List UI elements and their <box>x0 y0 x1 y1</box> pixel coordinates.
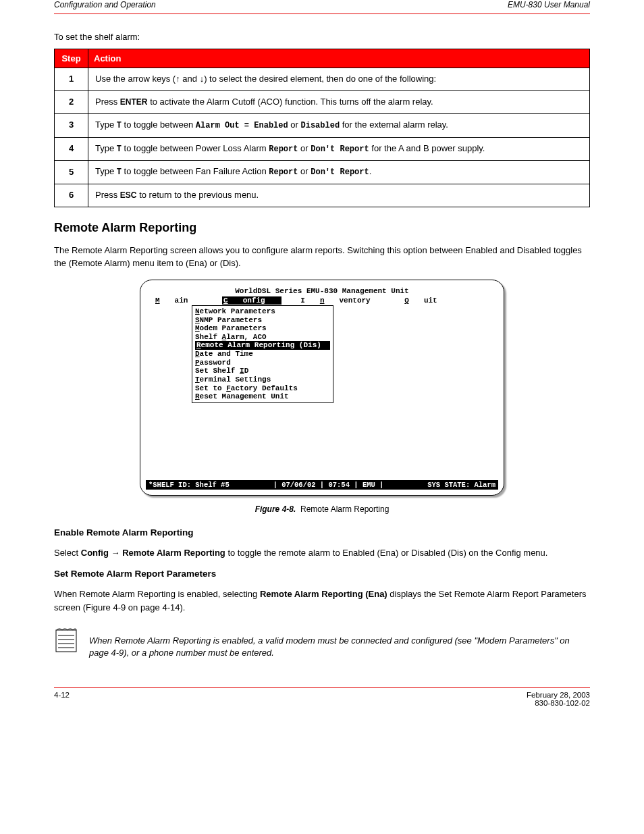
terminal-screenshot: WorldDSL Series EMU-830 Management Unit … <box>140 280 504 496</box>
dropdown-item[interactable]: Modem Parameters <box>195 324 330 333</box>
status-state: SYS STATE: Alarm <box>427 481 495 489</box>
section-title: Remote Alarm Reporting <box>54 221 590 235</box>
step-action: Type T to toggle between Alarm Out = Ena… <box>88 113 590 137</box>
dropdown-item[interactable]: Set to Factory Defaults <box>195 384 330 393</box>
terminal-title: WorldDSL Series EMU-830 Management Unit <box>147 287 497 296</box>
table-row: 6 Press ESC to return to the previous me… <box>55 184 590 207</box>
menu-main[interactable]: Main <box>155 296 203 305</box>
steps-table: Step Action 1 Use the arrow keys (↑ and … <box>54 49 590 207</box>
table-row: 3 Type T to toggle between Alarm Out = E… <box>55 113 590 137</box>
footer-rev: 830-830-102-02 <box>535 699 590 707</box>
subsection-body: When Remote Alarm Reporting is enabled, … <box>54 588 590 614</box>
step-num: 2 <box>55 91 88 114</box>
section-body: The Remote Alarm Reporting screen allows… <box>54 244 590 270</box>
enable-body: Select Config → Remote Alarm Reporting t… <box>54 546 590 560</box>
step-num: 3 <box>55 113 88 137</box>
menu-config[interactable]: Config <box>222 296 281 305</box>
intro-text: To set the shelf alarm: <box>54 31 590 43</box>
dropdown-item[interactable]: Network Parameters <box>195 307 330 316</box>
step-action: Press ENTER to activate the Alarm Cutoff… <box>88 91 590 114</box>
terminal-statusbar: *SHELF ID: Shelf #5 | 07/06/02 | 07:54 |… <box>146 480 498 490</box>
col-action: Action <box>88 49 590 68</box>
header-right: EMU-830 User Manual <box>508 0 590 9</box>
step-action: Press ESC to return to the previous menu… <box>88 184 590 207</box>
step-num: 1 <box>55 68 88 91</box>
txt: and <box>180 74 200 84</box>
txt: ) to select the desired element, then do… <box>204 74 436 84</box>
step-num: 6 <box>55 184 88 207</box>
dropdown-item[interactable]: Reset Management Unit <box>195 392 330 401</box>
status-shelf: *SHELF ID: Shelf #5 <box>149 481 230 489</box>
status-date: 07/06/02 <box>281 481 315 489</box>
dropdown-item[interactable]: Terminal Settings <box>195 375 330 384</box>
figure-caption: Figure 4-8. Remote Alarm Reporting <box>54 504 590 514</box>
step-action: Type T to toggle between Power Loss Alar… <box>88 137 590 161</box>
step-action: Use the arrow keys (↑ and ↓) to select t… <box>88 68 590 91</box>
note-text: When Remote Alarm Reporting is enabled, … <box>89 635 590 659</box>
menu-inventory[interactable]: Inventory <box>300 296 385 305</box>
enable-title: Enable Remote Alarm Reporting <box>54 527 590 538</box>
subsection-title: Set Remote Alarm Report Parameters <box>54 569 590 579</box>
page-number: 4-12 <box>54 691 70 707</box>
dropdown-item-selected[interactable]: Remote Alarm Reporting (Dis) <box>195 341 330 350</box>
note-icon <box>54 626 78 655</box>
table-row: 5 Type T to toggle between Fan Failure A… <box>55 161 590 184</box>
footer-rule <box>54 687 590 688</box>
step-num: 4 <box>55 137 88 161</box>
txt: Use the arrow keys ( <box>95 74 176 84</box>
config-dropdown: Network Parameters SNMP Parameters Modem… <box>192 305 333 403</box>
dropdown-item[interactable]: Shelf Alarm, ACO <box>195 333 330 342</box>
svg-rect-0 <box>56 630 76 652</box>
dropdown-item[interactable]: Date and Time <box>195 350 330 359</box>
dropdown-item[interactable]: Set Shelf ID <box>195 367 330 375</box>
table-row: 2 Press ENTER to activate the Alarm Cuto… <box>55 91 590 114</box>
step-num: 5 <box>55 161 88 184</box>
table-row: 1 Use the arrow keys (↑ and ↓) to select… <box>55 68 590 91</box>
note-block: When Remote Alarm Reporting is enabled, … <box>54 626 590 668</box>
col-step: Step <box>55 49 88 68</box>
terminal-menubar: Main Config Inventory Quit <box>155 296 497 305</box>
status-time: 07:54 <box>328 481 350 489</box>
step-action: Type T to toggle between Fan Failure Act… <box>88 161 590 184</box>
table-row: 4 Type T to toggle between Power Loss Al… <box>55 137 590 161</box>
footer-date: February 28, 2003 <box>527 691 590 699</box>
header-left: Configuration and Operation <box>54 0 156 9</box>
header-rule <box>54 14 590 14</box>
menu-quit[interactable]: Quit <box>404 296 452 305</box>
dropdown-item[interactable]: SNMP Parameters <box>195 316 330 325</box>
dropdown-item[interactable]: Password <box>195 359 330 367</box>
status-unit: EMU <box>363 481 375 489</box>
